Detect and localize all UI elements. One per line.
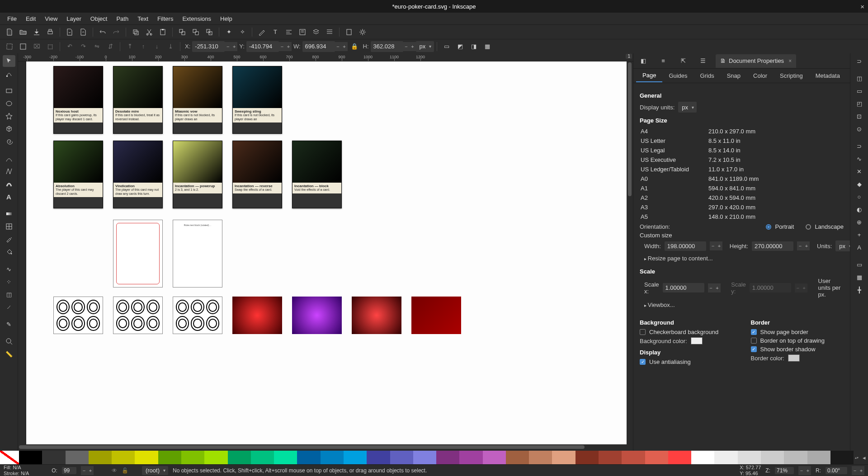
horizontal-scrollbar[interactable] xyxy=(18,444,633,451)
unlink-clone-icon[interactable] xyxy=(203,26,215,38)
text-props-icon[interactable]: T xyxy=(269,26,281,38)
palette-swatch[interactable] xyxy=(529,451,552,464)
move-patterns-icon[interactable]: ▦ xyxy=(481,41,493,52)
palette-swatch[interactable] xyxy=(691,451,714,464)
border-color-swatch[interactable] xyxy=(788,354,800,362)
palette-scroll[interactable]: ▴▾ xyxy=(854,451,860,464)
snap-rotation-icon[interactable]: + xyxy=(853,229,866,240)
palette-swatch[interactable] xyxy=(645,451,668,464)
subtab-color[interactable]: Color xyxy=(747,70,774,82)
palette-swatch[interactable] xyxy=(761,451,784,464)
palette-swatch[interactable] xyxy=(112,451,135,464)
height-input[interactable] xyxy=(752,241,793,251)
snap-midpoint-icon[interactable]: ◐ xyxy=(853,203,866,215)
undo-icon[interactable] xyxy=(97,26,108,38)
select-all-icon[interactable] xyxy=(17,41,29,52)
new-doc-icon[interactable] xyxy=(4,26,15,38)
palette-swatch[interactable] xyxy=(228,451,251,464)
palette-swatch[interactable] xyxy=(714,451,737,464)
mesh-tool[interactable] xyxy=(3,221,15,232)
x-input[interactable] xyxy=(192,41,225,52)
ellipse-tool[interactable] xyxy=(3,98,15,109)
palette-swatch[interactable] xyxy=(204,451,227,464)
zoom-input[interactable] xyxy=(775,467,794,474)
docprops-icon[interactable] xyxy=(343,26,355,38)
snap-bbox-icon[interactable]: ◫ xyxy=(853,72,866,84)
ruler-vertical[interactable] xyxy=(18,61,26,444)
vertical-scrollbar[interactable] xyxy=(627,61,633,444)
palette-swatch[interactable] xyxy=(297,451,320,464)
toggle-selbox-icon[interactable]: ⬚ xyxy=(44,41,56,52)
text-tool[interactable]: A xyxy=(3,191,15,203)
fill-stroke-tab-icon[interactable]: ◧ xyxy=(633,54,653,68)
node-tool[interactable] xyxy=(3,68,15,80)
menu-object[interactable]: Object xyxy=(86,14,112,24)
palette-swatch[interactable] xyxy=(251,451,274,464)
fill-value[interactable]: N/A xyxy=(13,465,21,470)
palette-swatch[interactable] xyxy=(506,451,529,464)
palette-swatch[interactable] xyxy=(367,451,390,464)
snap-enable-icon[interactable]: ⊃ xyxy=(853,55,866,67)
lock-toggle-icon[interactable]: 🔓 xyxy=(122,467,128,474)
game-card[interactable]: Desolate mireIf this card is blocked, tr… xyxy=(113,66,163,134)
menu-edit[interactable]: Edit xyxy=(21,14,40,24)
gradient-tool[interactable] xyxy=(3,208,15,220)
copy-icon[interactable] xyxy=(130,26,142,38)
dropper-tool[interactable] xyxy=(3,233,15,245)
close-tab-icon[interactable]: × xyxy=(788,58,792,64)
page-size-row[interactable]: A1594.0 x 841.0 mm xyxy=(640,184,844,193)
align-tab-icon[interactable]: ≡ xyxy=(653,54,673,68)
rotation-input[interactable] xyxy=(826,467,847,474)
antialias-label[interactable]: Use antialiasing xyxy=(649,358,691,365)
page-size-list[interactable]: A4210.0 x 297.0 mmUS Letter8.5 x 11.0 in… xyxy=(640,127,844,222)
menu-layer[interactable]: Layer xyxy=(62,14,86,24)
scale-stroke-icon[interactable]: ▭ xyxy=(441,41,453,52)
portrait-radio[interactable] xyxy=(766,224,771,230)
snap-node-icon[interactable]: ⊃ xyxy=(853,140,866,152)
layers-tab-icon[interactable]: ☰ xyxy=(693,54,713,68)
palette-swatch[interactable] xyxy=(599,451,622,464)
palette-swatch[interactable] xyxy=(552,451,575,464)
w-inc[interactable]: + xyxy=(341,42,348,51)
palette-swatch[interactable] xyxy=(321,451,344,464)
connector-tool[interactable]: ⟋ xyxy=(3,301,15,313)
raise-top-icon[interactable]: ⤒ xyxy=(124,41,136,52)
lpe-tool[interactable]: ✎ xyxy=(3,318,15,330)
lower-icon[interactable]: ↓ xyxy=(151,41,163,52)
selector-tool[interactable] xyxy=(3,55,15,67)
dice-card[interactable] xyxy=(173,297,222,334)
palette-none-swatch[interactable] xyxy=(0,451,19,464)
stroke-value[interactable]: N/A xyxy=(21,471,29,476)
y-input[interactable] xyxy=(246,41,279,52)
palette-swatch[interactable] xyxy=(42,451,65,464)
menu-view[interactable]: View xyxy=(40,14,62,24)
bgcolor-swatch[interactable] xyxy=(691,337,703,344)
subtab-guides[interactable]: Guides xyxy=(662,70,693,82)
unit-select[interactable]: px xyxy=(416,41,434,52)
h-dec[interactable]: − xyxy=(403,42,410,51)
subtab-snap[interactable]: Snap xyxy=(721,70,747,82)
zoom-tool[interactable] xyxy=(3,335,15,347)
game-card[interactable]: Incantation — reverseSwap the effects of… xyxy=(232,141,282,208)
tweak-tool[interactable]: ∿ xyxy=(3,263,15,275)
game-card[interactable]: AbsolutionThe player of this card may di… xyxy=(53,141,103,208)
flip-v-icon[interactable]: ⇵ xyxy=(104,41,116,52)
page-number-indicator[interactable]: 1 xyxy=(626,54,632,59)
game-card[interactable]: Noxious hostIf this card gains powerup, … xyxy=(53,66,103,134)
palette-swatch[interactable] xyxy=(19,451,42,464)
export-icon[interactable] xyxy=(77,26,89,38)
palette-swatch[interactable] xyxy=(807,451,830,464)
show-border-label[interactable]: Show page border xyxy=(760,329,808,335)
y-dec[interactable]: − xyxy=(279,42,285,51)
subtab-scripting[interactable]: Scripting xyxy=(774,70,809,82)
import-icon[interactable] xyxy=(64,26,75,38)
y-inc[interactable]: + xyxy=(285,42,292,51)
checkerboard-checkbox[interactable] xyxy=(640,329,646,335)
eraser-tool[interactable]: ◫ xyxy=(3,288,15,300)
fill-stroke-icon[interactable] xyxy=(256,26,268,38)
visibility-toggle-icon[interactable]: 👁 xyxy=(112,467,117,474)
dice-card[interactable] xyxy=(53,297,103,334)
texture-card[interactable] xyxy=(411,297,461,334)
pencil-tool[interactable] xyxy=(3,153,15,165)
game-card[interactable]: Sweeping stingIf this card is not blocke… xyxy=(232,66,282,134)
